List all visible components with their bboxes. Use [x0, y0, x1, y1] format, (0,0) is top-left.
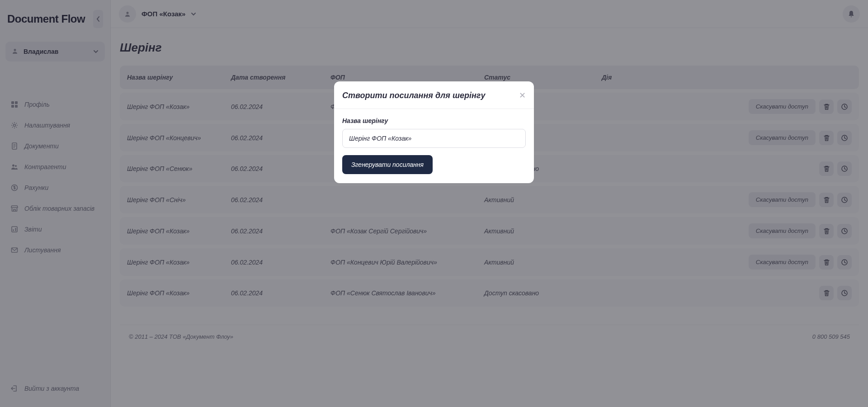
generate-link-button[interactable]: Згенерувати посилання [342, 155, 433, 174]
modal-body: Назва шерінгу Згенерувати посилання [334, 109, 534, 183]
close-icon: ✕ [519, 91, 526, 100]
sharing-name-label: Назва шерінгу [342, 117, 526, 124]
modal-header: Створити посилання для шерінгу ✕ [334, 81, 534, 109]
modal-title: Створити посилання для шерінгу [342, 91, 485, 100]
modal-overlay[interactable]: Створити посилання для шерінгу ✕ Назва ш… [0, 0, 868, 407]
create-sharing-modal: Створити посилання для шерінгу ✕ Назва ш… [334, 81, 534, 183]
sharing-name-input[interactable] [342, 129, 526, 148]
modal-close-button[interactable]: ✕ [519, 90, 526, 100]
